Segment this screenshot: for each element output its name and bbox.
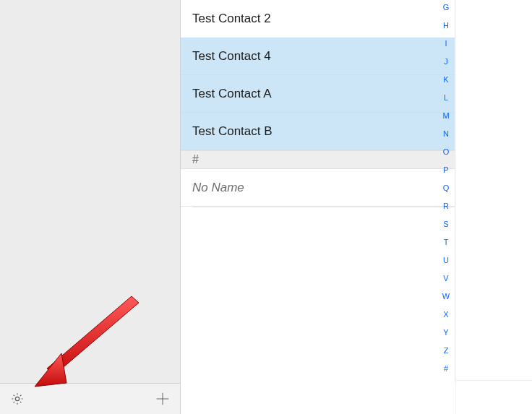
section-header-hash: # — [181, 150, 455, 169]
groups-sidebar — [0, 0, 181, 414]
plus-icon — [155, 391, 171, 407]
index-letter[interactable]: M — [442, 111, 449, 121]
index-letter[interactable]: O — [443, 147, 450, 157]
row-separator — [192, 207, 455, 207]
index-letter[interactable]: Q — [443, 184, 450, 193]
index-letter[interactable]: H — [443, 21, 449, 30]
contact-name: Test Contact A — [192, 87, 272, 101]
index-letter[interactable]: V — [443, 274, 448, 283]
index-letter[interactable]: L — [444, 93, 448, 103]
contact-name: No Name — [192, 181, 244, 195]
index-letter[interactable]: S — [443, 220, 448, 229]
index-letter[interactable]: # — [444, 364, 448, 374]
app-root: Test Contact 2 Test Contact 4 Test Conta… — [0, 0, 532, 414]
detail-pane — [455, 0, 532, 414]
contacts-list[interactable]: Test Contact 2 Test Contact 4 Test Conta… — [181, 0, 455, 382]
contact-name: Test Contact 2 — [192, 12, 271, 26]
index-letter[interactable]: G — [443, 3, 450, 12]
contact-name: Test Contact B — [192, 124, 273, 139]
detail-footer — [456, 380, 532, 414]
sidebar-toolbar — [0, 383, 180, 414]
detail-body — [456, 0, 532, 380]
index-letter[interactable]: Z — [444, 346, 449, 355]
index-letter[interactable]: P — [443, 165, 448, 175]
section-header-label: # — [192, 153, 199, 166]
contact-row[interactable]: Test Contact A — [181, 75, 455, 113]
settings-button[interactable] — [9, 390, 26, 407]
index-letter[interactable]: N — [443, 129, 449, 139]
groups-list — [0, 0, 180, 383]
index-letter[interactable]: U — [443, 256, 449, 265]
alphabet-index[interactable]: G H I J K L M N O P Q R S T U V W X Y Z — [439, 3, 453, 374]
index-letter[interactable]: T — [444, 238, 449, 247]
index-letter[interactable]: R — [443, 202, 449, 211]
contacts-pane: Test Contact 2 Test Contact 4 Test Conta… — [181, 0, 455, 414]
index-letter[interactable]: J — [444, 57, 448, 66]
index-letter[interactable]: I — [445, 39, 447, 48]
index-letter[interactable]: Y — [443, 328, 448, 337]
add-contact-button[interactable] — [154, 390, 171, 407]
index-letter[interactable]: K — [443, 75, 448, 85]
gear-icon — [10, 392, 25, 406]
contact-row[interactable]: Test Contact 4 — [181, 38, 455, 75]
contact-row[interactable]: Test Contact B — [181, 113, 455, 150]
contact-row[interactable]: Test Contact 2 — [181, 0, 455, 38]
contact-name: Test Contact 4 — [192, 49, 271, 64]
contact-row-noname[interactable]: No Name — [181, 169, 455, 207]
svg-point-0 — [15, 397, 19, 400]
index-letter[interactable]: W — [442, 292, 450, 301]
index-letter[interactable]: X — [443, 310, 448, 319]
